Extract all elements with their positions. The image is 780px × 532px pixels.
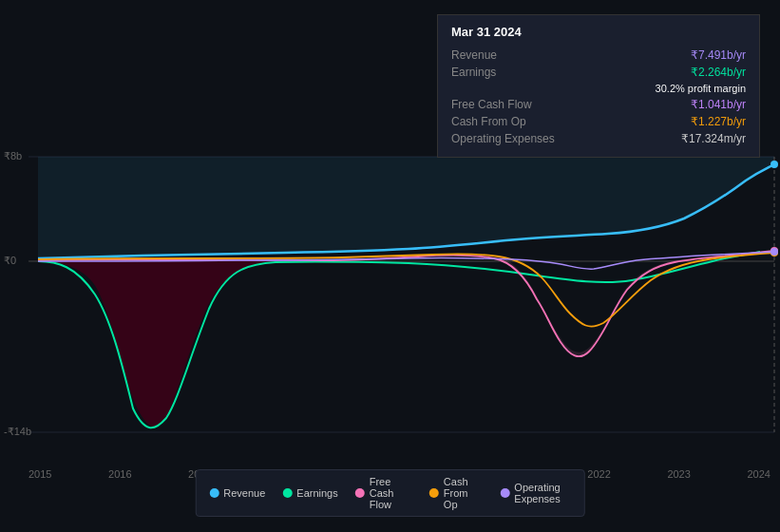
legend-dot-fcf xyxy=(355,488,365,498)
tooltip-opex-label: Operating Expenses xyxy=(451,132,584,145)
legend-dot-revenue xyxy=(209,488,219,498)
x-label-2024: 2024 xyxy=(747,468,770,480)
legend-dot-cfo xyxy=(429,488,439,498)
tooltip-box: Mar 31 2024 Revenue ₹7.491b/yr Earnings … xyxy=(437,14,760,158)
legend-dot-opex xyxy=(500,488,509,498)
tooltip-earnings-label: Earnings xyxy=(451,66,584,79)
tooltip-opex-row: Operating Expenses ₹17.324m/yr xyxy=(451,130,746,147)
x-label-2016: 2016 xyxy=(108,468,131,480)
svg-point-9 xyxy=(770,248,778,256)
legend-item-earnings[interactable]: Earnings xyxy=(282,487,337,499)
y-label-zero: ₹0 xyxy=(4,255,16,267)
tooltip-cfo-row: Cash From Op ₹1.227b/yr xyxy=(451,113,746,130)
legend-label-opex: Operating Expenses xyxy=(514,482,570,504)
tooltip-revenue-label: Revenue xyxy=(451,48,584,62)
legend-item-opex[interactable]: Operating Expenses xyxy=(500,482,570,504)
tooltip-margin-row: 30.2% profit margin xyxy=(451,81,746,96)
legend-item-fcf[interactable]: Free Cash Flow xyxy=(355,476,412,510)
legend-label-fcf: Free Cash Flow xyxy=(370,476,412,510)
legend-label-cfo: Cash From Op xyxy=(444,476,484,510)
tooltip-fcf-label: Free Cash Flow xyxy=(451,98,584,111)
y-label-bottom: -₹14b xyxy=(4,426,31,438)
y-label-top: ₹8b xyxy=(4,150,22,162)
tooltip-fcf-row: Free Cash Flow ₹1.041b/yr xyxy=(451,96,746,113)
x-label-2023: 2023 xyxy=(667,468,690,480)
tooltip-earnings-row: Earnings ₹2.264b/yr xyxy=(451,64,746,81)
tooltip-revenue-value: ₹7.491b/yr xyxy=(691,48,746,62)
tooltip-earnings-value: ₹2.264b/yr xyxy=(691,66,746,79)
legend-item-cfo[interactable]: Cash From Op xyxy=(429,476,484,510)
legend-dot-earnings xyxy=(282,488,292,498)
x-label-2015: 2015 xyxy=(29,468,51,480)
chart-container: ₹8b ₹0 -₹14b 2015 2016 2017 2018 2019 20… xyxy=(0,0,780,532)
tooltip-date: Mar 31 2024 xyxy=(451,25,746,39)
tooltip-fcf-value: ₹1.041b/yr xyxy=(691,98,746,111)
legend-item-revenue[interactable]: Revenue xyxy=(209,487,265,499)
tooltip-revenue-row: Revenue ₹7.491b/yr xyxy=(451,47,746,64)
x-label-2022: 2022 xyxy=(587,468,610,480)
tooltip-cfo-value: ₹1.227b/yr xyxy=(691,115,746,128)
tooltip-opex-value: ₹17.324m/yr xyxy=(681,132,746,145)
svg-point-5 xyxy=(770,161,778,168)
legend: Revenue Earnings Free Cash Flow Cash Fro… xyxy=(195,469,585,517)
tooltip-cfo-label: Cash From Op xyxy=(451,115,584,128)
legend-label-revenue: Revenue xyxy=(223,487,265,499)
tooltip-profit-margin: 30.2% profit margin xyxy=(656,83,746,94)
legend-label-earnings: Earnings xyxy=(296,487,337,499)
